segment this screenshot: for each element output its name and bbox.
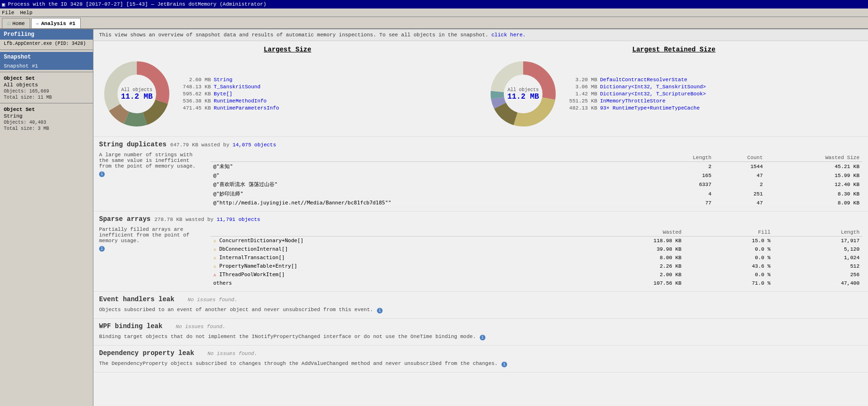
sidebar-string-count: Objects: 40,403 bbox=[0, 120, 93, 126]
largest-size-title: Largest Size bbox=[99, 46, 476, 53]
retained-legend-link-4[interactable]: 93× RuntimeType+RuntimeTypeCache bbox=[600, 105, 700, 111]
largest-size-body: All objects 11.2 MB 2.60 MB String 748.1… bbox=[99, 56, 476, 132]
sidebar-objectset1-header: Object Set bbox=[0, 74, 93, 81]
sidebar-string-item[interactable]: String bbox=[0, 112, 93, 120]
info-bar-link[interactable]: click here. bbox=[492, 32, 526, 38]
retained-legend-link-3[interactable]: InMemoryThrottleStore bbox=[600, 98, 666, 104]
warning-red-icon: ⚠ bbox=[213, 272, 216, 277]
sparse-row: ⚠ ConcurrentDictionary+Node[] 118.98 KB … bbox=[210, 237, 862, 245]
string-dup-length-2: 6337 bbox=[655, 180, 714, 189]
legend-item-4: 471.45 KB RuntimeParametersInfo bbox=[180, 105, 279, 111]
largest-retained-legend: 3.20 MB DefaultContractResolverState 3.0… bbox=[567, 77, 706, 111]
wpf-binding-status: No issues found. bbox=[175, 324, 225, 330]
legend-link-1[interactable]: T_SanskritSound bbox=[214, 84, 260, 90]
sidebar-snapshot-item[interactable]: Snapshot #1 bbox=[0, 62, 93, 70]
sidebar: Profiling Lfb.AppCenter.exe (PID: 3428) … bbox=[0, 29, 93, 406]
sidebar-profiling-process: Lfb.AppCenter.exe (PID: 3428) bbox=[0, 40, 93, 48]
dep-property-section: Dependency property leak No issues found… bbox=[93, 346, 868, 372]
string-dup-title: String duplicates bbox=[99, 141, 167, 148]
largest-retained-donut: All objects 11.2 MB bbox=[485, 56, 561, 132]
retained-legend-item-3: 551.25 KB InMemoryThrottleStore bbox=[567, 98, 706, 104]
string-dup-length-0: 2 bbox=[655, 162, 714, 171]
largest-size-donut: All objects 11.2 MB bbox=[99, 56, 175, 132]
sparse-length-3: 512 bbox=[773, 262, 862, 271]
sparse-name-3: ⚠ PropertyNameTable+Entry[] bbox=[210, 262, 561, 271]
string-dup-name-1: @" bbox=[210, 171, 655, 180]
sparse-length-4: 256 bbox=[773, 271, 862, 279]
title-text: Process with the ID 3428 [2017-07-27] [1… bbox=[8, 1, 267, 7]
sparse-wasted-1: 39.98 KB bbox=[561, 245, 684, 254]
sidebar-allobjects-count: Objects: 165,669 bbox=[0, 89, 93, 95]
dep-property-info-icon[interactable]: i bbox=[501, 362, 507, 367]
event-handlers-info-icon[interactable]: i bbox=[377, 308, 383, 313]
sparse-table: Wasted Fill Length ⚠ ConcurrentDictionar… bbox=[210, 228, 862, 288]
string-dup-tbody: @"未知" 2 1544 45.21 KB @" 165 47 15.99 KB… bbox=[210, 162, 862, 207]
sparse-wasted-2: 8.00 KB bbox=[561, 254, 684, 262]
sparse-table-header: Wasted Fill Length bbox=[210, 228, 862, 237]
retained-legend-link-0[interactable]: DefaultContractResolverState bbox=[600, 77, 687, 83]
string-duplicates-section: String duplicates 647.79 KB wasted by 14… bbox=[93, 137, 868, 211]
sparse-name-4: ⚠ IThreadPoolWorkItem[] bbox=[210, 271, 561, 279]
charts-row: Largest Size bbox=[93, 41, 868, 137]
event-handlers-body: Objects subscribed to an event of anothe… bbox=[99, 307, 862, 314]
string-dup-row: @"喜欢听流水 荡荡过山谷" 6337 2 12.40 KB bbox=[210, 180, 862, 189]
string-dup-length-1: 165 bbox=[655, 171, 714, 180]
string-dup-wasted-3: 8.30 KB bbox=[766, 189, 862, 199]
th-name bbox=[210, 228, 561, 237]
legend-item-1: 748.13 KB T_SanskritSound bbox=[180, 84, 279, 90]
string-dup-table: Length Count Wasted Size @"未知" 2 1544 45… bbox=[210, 154, 862, 207]
legend-link-3[interactable]: RuntimeMethodInfo bbox=[214, 98, 267, 104]
legend-link-2[interactable]: Byte[] bbox=[214, 91, 233, 97]
string-dup-length-4: 77 bbox=[655, 199, 714, 207]
sparse-desc: Partially filled arrays are inefficient … bbox=[99, 227, 203, 244]
sparse-arrays-title: Sparse arrays bbox=[99, 215, 150, 223]
sparse-obj-count[interactable]: 11,791 objects bbox=[217, 217, 260, 222]
string-dup-info-icon[interactable]: i bbox=[99, 171, 105, 177]
retained-legend-item-1: 3.06 MB Dictionary<Int32, T_SanskritSoun… bbox=[567, 84, 706, 90]
legend-link-4[interactable]: RuntimeParametersInfo bbox=[214, 105, 279, 111]
string-dup-row: @" 165 47 15.99 KB bbox=[210, 171, 862, 180]
sparse-wasted-0: 118.98 KB bbox=[561, 237, 684, 245]
legend-item-2: 595.62 KB Byte[] bbox=[180, 91, 279, 97]
home-icon: ⌂ bbox=[7, 20, 10, 27]
sidebar-allobjects-item[interactable]: All objects bbox=[0, 81, 93, 89]
tab-home[interactable]: ⌂ Home bbox=[2, 18, 30, 28]
menu-help[interactable]: Help bbox=[20, 10, 32, 16]
string-dup-length-3: 4 bbox=[655, 189, 714, 199]
sparse-length-0: 17,917 bbox=[773, 237, 862, 245]
event-handlers-status: No issues found. bbox=[188, 297, 238, 303]
string-dup-table-col: Length Count Wasted Size @"未知" 2 1544 45… bbox=[210, 152, 862, 207]
sparse-wasted-4: 2.00 KB bbox=[561, 271, 684, 279]
sidebar-divider-1 bbox=[0, 50, 93, 50]
string-dup-count-3: 251 bbox=[714, 189, 766, 199]
tab-analysis1[interactable]: ✏ Analysis #1 bbox=[31, 18, 81, 28]
donut2-value: 11.2 MB bbox=[507, 93, 539, 101]
legend-item-3: 536.38 KB RuntimeMethodInfo bbox=[180, 98, 279, 104]
th-length: Length bbox=[655, 154, 714, 162]
string-dup-obj-count[interactable]: 14,075 objects bbox=[233, 142, 276, 148]
th-wastedsize: Wasted Size bbox=[766, 154, 862, 162]
info-bar-text: This view shows an overview of snapshot … bbox=[99, 32, 488, 38]
string-dup-count-1: 47 bbox=[714, 171, 766, 180]
wpf-binding-title: WPF binding leak bbox=[99, 322, 162, 330]
main-layout: Profiling Lfb.AppCenter.exe (PID: 3428) … bbox=[0, 29, 868, 406]
th-wasted: Wasted bbox=[561, 228, 684, 237]
retained-legend-link-1[interactable]: Dictionary<Int32, T_SanskritSound> bbox=[600, 84, 706, 90]
string-dup-row: @"妙印法师" 4 251 8.30 KB bbox=[210, 189, 862, 199]
th-count: Count bbox=[714, 154, 766, 162]
wpf-binding-info-icon[interactable]: i bbox=[480, 335, 485, 340]
retained-legend-link-2[interactable]: Dictionary<Int32, T_ScriptureBook> bbox=[600, 91, 706, 97]
sparse-row: ⚠ DbConnectionInternal[] 39.98 KB 0.0 % … bbox=[210, 245, 862, 254]
warning-icon: ⚠ bbox=[213, 263, 216, 269]
string-dup-content: A large number of strings with the same … bbox=[99, 152, 862, 207]
legend-link-string[interactable]: String bbox=[214, 77, 233, 83]
th-length: Length bbox=[773, 228, 862, 237]
legend-item-0: 2.60 MB String bbox=[180, 77, 279, 83]
menu-file[interactable]: File bbox=[2, 10, 14, 16]
donut1-value: 11.2 MB bbox=[121, 93, 152, 101]
sparse-name-2: ⚠ InternalTransaction[] bbox=[210, 254, 561, 262]
string-dup-row: @"未知" 2 1544 45.21 KB bbox=[210, 162, 862, 171]
sparse-name-5: others bbox=[210, 279, 561, 288]
sparse-info-icon[interactable]: i bbox=[99, 246, 105, 252]
largest-size-donut-center: All objects 11.2 MB bbox=[121, 87, 152, 101]
